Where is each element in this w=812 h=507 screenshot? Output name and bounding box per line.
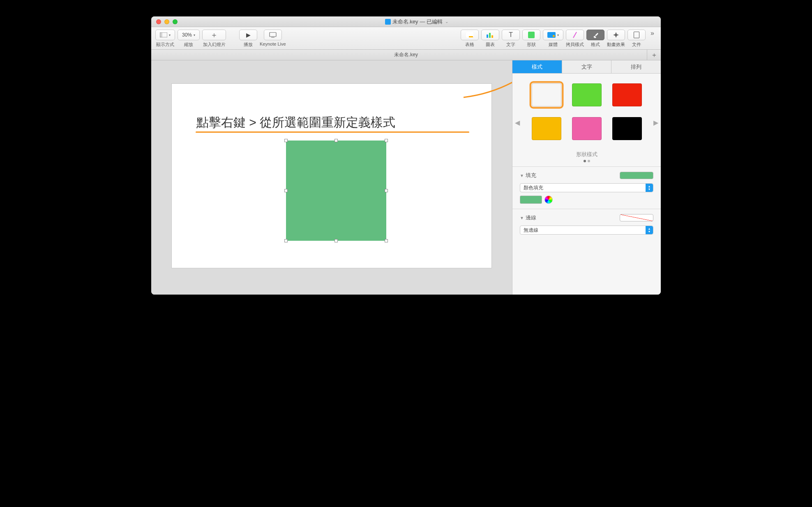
- add-slide-label: 加入幻燈片: [203, 41, 226, 48]
- table-button[interactable]: [461, 30, 479, 40]
- border-type-select[interactable]: 無邊線 ▲▼: [520, 226, 653, 235]
- border-label: 邊線: [526, 214, 536, 221]
- inspector-tabs: 樣式 文字 排列: [512, 60, 661, 74]
- instruction-text: 點擊右鍵 > 從所選範圍重新定義樣式: [196, 114, 395, 131]
- brush-icon: [592, 32, 599, 38]
- zoom-dropdown[interactable]: 30% ▾: [178, 30, 200, 40]
- resize-handle[interactable]: [284, 139, 288, 142]
- text-icon: T: [509, 31, 513, 39]
- play-label: 播放: [244, 41, 253, 48]
- add-tab-button[interactable]: ＋: [647, 50, 661, 60]
- select-arrows-icon: ▲▼: [646, 184, 653, 192]
- table-icon: [466, 32, 473, 38]
- chart-label: 圖表: [486, 41, 495, 48]
- resize-handle[interactable]: [334, 139, 338, 142]
- style-swatch-yellow[interactable]: [532, 117, 561, 140]
- border-preview[interactable]: [620, 214, 653, 221]
- style-swatch-black[interactable]: [612, 117, 642, 140]
- tab-arrange[interactable]: 排列: [611, 60, 661, 73]
- fill-label: 填充: [526, 172, 536, 179]
- disclosure-icon[interactable]: ▼: [520, 216, 524, 220]
- inspector-panel: 樣式 文字 排列 ◀ ▶ 形狀樣式: [512, 60, 661, 295]
- resize-handle[interactable]: [334, 239, 338, 242]
- shape-styles-section: ◀ ▶ 形狀樣式: [512, 74, 661, 167]
- fill-color-chip[interactable]: [520, 196, 542, 204]
- keynote-doc-icon: [385, 19, 391, 25]
- text-button[interactable]: T: [502, 30, 520, 40]
- border-section: ▼邊線 無邊線 ▲▼: [512, 209, 661, 240]
- chevron-down-icon: ▾: [557, 33, 559, 37]
- media-icon: [547, 32, 556, 38]
- tab-filename[interactable]: 未命名.key: [394, 51, 418, 58]
- minimize-button[interactable]: [164, 19, 169, 24]
- media-button[interactable]: ▾: [543, 30, 563, 40]
- instruction-underline: [196, 131, 469, 133]
- traffic-lights: [156, 19, 178, 24]
- play-button[interactable]: ▶: [239, 30, 257, 40]
- styles-next[interactable]: ▶: [653, 119, 658, 127]
- copy-style-label: 拷貝樣式: [566, 41, 584, 48]
- chart-icon: [487, 32, 494, 38]
- view-label: 顯示方式: [156, 41, 174, 48]
- copy-style-button[interactable]: [566, 30, 584, 40]
- style-swatch-green[interactable]: [572, 83, 602, 106]
- format-button[interactable]: [586, 30, 604, 40]
- keynote-live-label: Keynote Live: [260, 41, 286, 46]
- resize-handle[interactable]: [385, 139, 388, 142]
- view-button[interactable]: ▾: [155, 30, 175, 40]
- document-button[interactable]: [627, 30, 646, 40]
- svg-rect-1: [160, 32, 162, 37]
- animate-icon: [613, 32, 619, 38]
- fill-preview[interactable]: [620, 172, 653, 179]
- shape-label: 形狀: [527, 41, 536, 48]
- main-body: 點擊右鍵 > 從所選範圍重新定義樣式 樣: [151, 60, 661, 295]
- media-label: 媒體: [549, 41, 558, 48]
- resize-handle[interactable]: [284, 189, 288, 192]
- animate-button[interactable]: [607, 30, 625, 40]
- pager-dots: [520, 160, 653, 162]
- style-swatch-blue[interactable]: [532, 83, 561, 106]
- disclosure-icon[interactable]: ▼: [520, 173, 524, 178]
- chart-button[interactable]: [481, 30, 499, 40]
- tab-text[interactable]: 文字: [562, 60, 611, 73]
- close-button[interactable]: [156, 19, 161, 24]
- tab-style[interactable]: 樣式: [512, 60, 562, 73]
- document-icon: [634, 32, 639, 38]
- select-arrows-icon: ▲▼: [646, 226, 653, 234]
- toolbar-overflow[interactable]: »: [648, 30, 657, 37]
- resize-handle[interactable]: [284, 239, 288, 242]
- slide[interactable]: 點擊右鍵 > 從所選範圍重新定義樣式: [171, 83, 492, 268]
- canvas-area[interactable]: 點擊右鍵 > 從所選範圍重新定義樣式: [151, 60, 512, 295]
- fill-type-value: 顏色填充: [524, 184, 543, 191]
- fill-section: ▼填充 顏色填充 ▲▼: [512, 167, 661, 209]
- document-name: 未命名.key: [392, 18, 418, 25]
- chevron-down-icon: ▾: [169, 33, 171, 37]
- animate-label: 動畫效果: [607, 41, 625, 48]
- document-tabbar: 未命名.key ＋: [151, 50, 661, 60]
- fill-type-select[interactable]: 顏色填充 ▲▼: [520, 183, 653, 192]
- table-label: 表格: [465, 41, 474, 48]
- window-title: 未命名.key — 已編輯 ⌄: [178, 18, 656, 25]
- document-status: 已編輯: [427, 18, 443, 25]
- shape-button[interactable]: [522, 30, 540, 40]
- resize-handle[interactable]: [385, 189, 388, 192]
- color-wheel-button[interactable]: [544, 196, 553, 204]
- title-dropdown-icon[interactable]: ⌄: [445, 19, 448, 24]
- toolbar: ▾ 顯示方式 30% ▾ 縮放 ＋ 加入幻燈片 ▶ 播放 Keynote Liv…: [151, 27, 661, 50]
- styles-prev[interactable]: ◀: [515, 119, 520, 127]
- selected-shape[interactable]: [286, 141, 386, 241]
- zoom-value: 30%: [182, 32, 192, 38]
- style-swatch-red[interactable]: [612, 83, 642, 106]
- keynote-live-button[interactable]: [264, 30, 282, 40]
- zoom-button[interactable]: [173, 19, 178, 24]
- eyedropper-icon: [572, 32, 578, 38]
- resize-handle[interactable]: [385, 239, 388, 242]
- format-label: 格式: [591, 41, 600, 48]
- border-type-value: 無邊線: [524, 227, 538, 234]
- shape-icon: [528, 32, 535, 38]
- add-slide-button[interactable]: ＋: [202, 30, 226, 40]
- titlebar: 未命名.key — 已編輯 ⌄: [151, 16, 661, 27]
- document-label: 文件: [632, 41, 641, 48]
- style-swatch-pink[interactable]: [572, 117, 602, 140]
- title-separator: —: [420, 18, 425, 25]
